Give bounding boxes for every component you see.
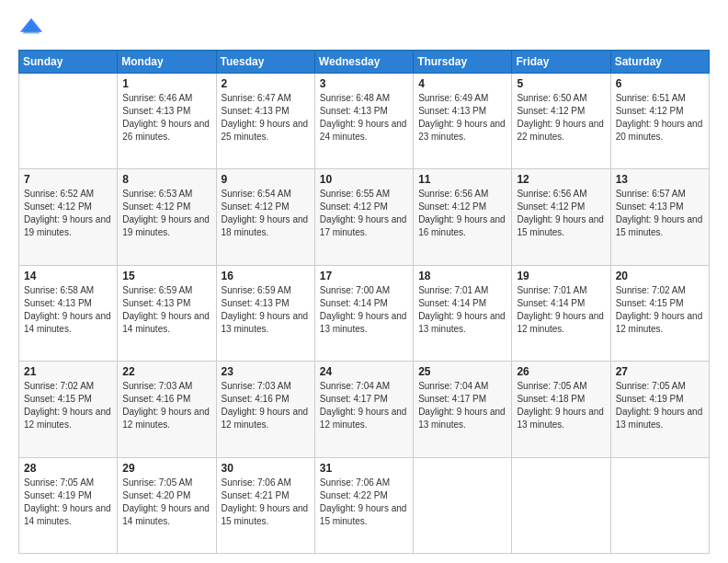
- logo: [18, 15, 48, 40]
- calendar-cell: 19Sunrise: 7:01 AMSunset: 4:14 PMDayligh…: [512, 265, 610, 361]
- cell-info: Sunrise: 6:52 AMSunset: 4:12 PMDaylight:…: [24, 188, 112, 239]
- cell-info: Sunrise: 6:54 AMSunset: 4:12 PMDaylight:…: [222, 188, 310, 239]
- cell-info: Sunrise: 6:55 AMSunset: 4:12 PMDaylight:…: [320, 188, 408, 239]
- calendar-week-row: 1Sunrise: 6:46 AMSunset: 4:13 PMDaylight…: [19, 74, 710, 169]
- day-number: 14: [24, 270, 112, 282]
- cell-info: Sunrise: 7:05 AMSunset: 4:18 PMDaylight:…: [517, 380, 605, 431]
- day-number: 10: [320, 173, 408, 186]
- calendar-cell: 6Sunrise: 6:51 AMSunset: 4:12 PMDaylight…: [610, 74, 709, 169]
- cell-info: Sunrise: 6:59 AMSunset: 4:13 PMDaylight:…: [222, 284, 310, 336]
- calendar-cell: 30Sunrise: 7:06 AMSunset: 4:21 PMDayligh…: [216, 457, 314, 553]
- calendar-cell: 1Sunrise: 6:46 AMSunset: 4:13 PMDaylight…: [118, 74, 216, 169]
- calendar-cell: 29Sunrise: 7:05 AMSunset: 4:20 PMDayligh…: [118, 457, 216, 553]
- day-number: 3: [320, 77, 408, 90]
- cell-info: Sunrise: 6:56 AMSunset: 4:12 PMDaylight:…: [418, 188, 506, 239]
- cell-info: Sunrise: 7:05 AMSunset: 4:19 PMDaylight:…: [616, 380, 704, 431]
- day-number: 28: [24, 462, 112, 475]
- cell-info: Sunrise: 6:46 AMSunset: 4:13 PMDaylight:…: [122, 92, 210, 144]
- cell-info: Sunrise: 6:51 AMSunset: 4:12 PMDaylight:…: [616, 92, 704, 144]
- calendar-week-row: 28Sunrise: 7:05 AMSunset: 4:19 PMDayligh…: [19, 457, 710, 553]
- calendar-cell: [512, 457, 610, 553]
- calendar-week-row: 14Sunrise: 6:58 AMSunset: 4:13 PMDayligh…: [19, 265, 710, 361]
- calendar-cell: 13Sunrise: 6:57 AMSunset: 4:13 PMDayligh…: [610, 169, 709, 265]
- cell-info: Sunrise: 7:03 AMSunset: 4:16 PMDaylight:…: [122, 380, 210, 431]
- cell-info: Sunrise: 7:04 AMSunset: 4:17 PMDaylight:…: [320, 380, 408, 431]
- cell-info: Sunrise: 6:57 AMSunset: 4:13 PMDaylight:…: [616, 188, 704, 239]
- cell-info: Sunrise: 7:01 AMSunset: 4:14 PMDaylight:…: [517, 284, 605, 336]
- day-number: 15: [122, 270, 210, 282]
- cell-info: Sunrise: 7:02 AMSunset: 4:15 PMDaylight:…: [24, 380, 112, 431]
- calendar-cell: [610, 457, 709, 553]
- cell-info: Sunrise: 6:59 AMSunset: 4:13 PMDaylight:…: [122, 284, 210, 336]
- day-number: 24: [320, 365, 408, 378]
- day-number: 7: [24, 173, 112, 186]
- calendar-cell: 23Sunrise: 7:03 AMSunset: 4:16 PMDayligh…: [216, 362, 314, 457]
- calendar-cell: 27Sunrise: 7:05 AMSunset: 4:19 PMDayligh…: [610, 362, 709, 457]
- calendar-cell: 25Sunrise: 7:04 AMSunset: 4:17 PMDayligh…: [414, 362, 512, 457]
- calendar-table: SundayMondayTuesdayWednesdayThursdayFrid…: [18, 50, 710, 554]
- cell-info: Sunrise: 6:49 AMSunset: 4:13 PMDaylight:…: [418, 92, 506, 144]
- cell-info: Sunrise: 6:58 AMSunset: 4:13 PMDaylight:…: [24, 284, 112, 336]
- calendar-cell: 11Sunrise: 6:56 AMSunset: 4:12 PMDayligh…: [414, 169, 512, 265]
- day-number: 23: [222, 365, 310, 378]
- calendar-cell: 18Sunrise: 7:01 AMSunset: 4:14 PMDayligh…: [414, 265, 512, 361]
- day-number: 16: [222, 270, 310, 282]
- day-number: 9: [222, 173, 310, 186]
- day-number: 13: [616, 173, 704, 186]
- day-number: 8: [122, 173, 210, 186]
- day-number: 20: [616, 270, 704, 282]
- day-number: 29: [122, 462, 210, 475]
- calendar-week-row: 7Sunrise: 6:52 AMSunset: 4:12 PMDaylight…: [19, 169, 710, 265]
- day-number: 22: [122, 365, 210, 378]
- cell-info: Sunrise: 7:01 AMSunset: 4:14 PMDaylight:…: [418, 284, 506, 336]
- calendar-cell: 10Sunrise: 6:55 AMSunset: 4:12 PMDayligh…: [314, 169, 413, 265]
- weekday-header-friday: Friday: [512, 51, 610, 74]
- calendar-cell: 22Sunrise: 7:03 AMSunset: 4:16 PMDayligh…: [118, 362, 216, 457]
- calendar-cell: 31Sunrise: 7:06 AMSunset: 4:22 PMDayligh…: [314, 457, 413, 553]
- weekday-header-monday: Monday: [118, 51, 216, 74]
- calendar-cell: 3Sunrise: 6:48 AMSunset: 4:13 PMDaylight…: [314, 74, 413, 169]
- day-number: 25: [418, 365, 506, 378]
- calendar-cell: [414, 457, 512, 553]
- calendar-cell: [19, 74, 118, 169]
- day-number: 5: [517, 77, 605, 90]
- weekday-header-wednesday: Wednesday: [314, 51, 413, 74]
- calendar-cell: 4Sunrise: 6:49 AMSunset: 4:13 PMDaylight…: [414, 74, 512, 169]
- calendar-cell: 17Sunrise: 7:00 AMSunset: 4:14 PMDayligh…: [314, 265, 413, 361]
- cell-info: Sunrise: 7:05 AMSunset: 4:19 PMDaylight:…: [24, 477, 112, 528]
- day-number: 4: [418, 77, 506, 90]
- calendar-cell: 14Sunrise: 6:58 AMSunset: 4:13 PMDayligh…: [19, 265, 118, 361]
- cell-info: Sunrise: 6:48 AMSunset: 4:13 PMDaylight:…: [320, 92, 408, 144]
- calendar-cell: 20Sunrise: 7:02 AMSunset: 4:15 PMDayligh…: [610, 265, 709, 361]
- calendar-cell: 12Sunrise: 6:56 AMSunset: 4:12 PMDayligh…: [512, 169, 610, 265]
- weekday-header-sunday: Sunday: [19, 51, 118, 74]
- cell-info: Sunrise: 7:00 AMSunset: 4:14 PMDaylight:…: [320, 284, 408, 336]
- calendar-cell: 5Sunrise: 6:50 AMSunset: 4:12 PMDaylight…: [512, 74, 610, 169]
- calendar-week-row: 21Sunrise: 7:02 AMSunset: 4:15 PMDayligh…: [19, 362, 710, 457]
- cell-info: Sunrise: 6:53 AMSunset: 4:12 PMDaylight:…: [122, 188, 210, 239]
- calendar-cell: 21Sunrise: 7:02 AMSunset: 4:15 PMDayligh…: [19, 362, 118, 457]
- weekday-header-row: SundayMondayTuesdayWednesdayThursdayFrid…: [19, 51, 710, 74]
- day-number: 6: [616, 77, 704, 90]
- cell-info: Sunrise: 7:03 AMSunset: 4:16 PMDaylight:…: [222, 380, 310, 431]
- calendar-cell: 16Sunrise: 6:59 AMSunset: 4:13 PMDayligh…: [216, 265, 314, 361]
- day-number: 21: [24, 365, 112, 378]
- page: SundayMondayTuesdayWednesdayThursdayFrid…: [0, 0, 728, 563]
- cell-info: Sunrise: 7:06 AMSunset: 4:22 PMDaylight:…: [320, 477, 408, 528]
- calendar-cell: 26Sunrise: 7:05 AMSunset: 4:18 PMDayligh…: [512, 362, 610, 457]
- day-number: 11: [418, 173, 506, 186]
- calendar-cell: 24Sunrise: 7:04 AMSunset: 4:17 PMDayligh…: [314, 362, 413, 457]
- cell-info: Sunrise: 6:47 AMSunset: 4:13 PMDaylight:…: [222, 92, 310, 144]
- day-number: 18: [418, 270, 506, 282]
- day-number: 2: [222, 77, 310, 90]
- cell-info: Sunrise: 7:06 AMSunset: 4:21 PMDaylight:…: [222, 477, 310, 528]
- day-number: 17: [320, 270, 408, 282]
- logo-icon: [18, 15, 44, 40]
- weekday-header-saturday: Saturday: [610, 51, 709, 74]
- cell-info: Sunrise: 7:04 AMSunset: 4:17 PMDaylight:…: [418, 380, 506, 431]
- day-number: 1: [122, 77, 210, 90]
- header: [18, 15, 710, 40]
- day-number: 31: [320, 462, 408, 475]
- weekday-header-thursday: Thursday: [414, 51, 512, 74]
- cell-info: Sunrise: 7:02 AMSunset: 4:15 PMDaylight:…: [616, 284, 704, 336]
